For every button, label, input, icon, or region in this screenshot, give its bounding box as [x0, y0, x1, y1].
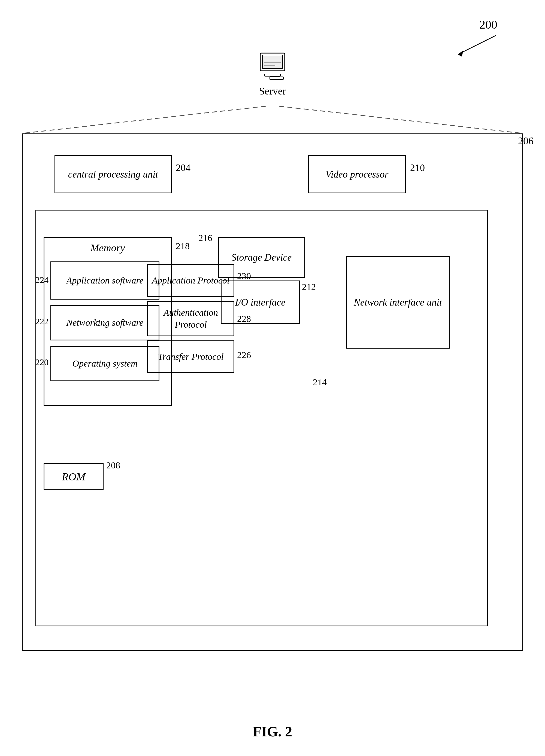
- ref-228: 228: [237, 314, 251, 324]
- ref-230: 230: [237, 271, 251, 281]
- svg-rect-33: [270, 77, 284, 80]
- svg-line-0: [458, 35, 496, 54]
- memory-label: Memory: [90, 242, 125, 254]
- ref-210: 210: [410, 162, 425, 173]
- auth-protocol-box: Authentication Protocol: [147, 301, 234, 336]
- ref-226: 226: [237, 350, 251, 360]
- ref-208: 208: [106, 460, 120, 471]
- figure-label: FIG. 2: [253, 724, 292, 740]
- rom-box: ROM: [44, 463, 103, 490]
- server-icon-group: Server: [255, 52, 290, 97]
- ref-204: 204: [176, 162, 190, 173]
- app-software-box: Application software: [50, 261, 159, 300]
- networking-software-box: Networking software: [50, 305, 159, 340]
- svg-rect-31: [269, 71, 276, 74]
- network-interface-unit-box: Network interface unit: [346, 256, 450, 349]
- ref-220: 220: [35, 357, 48, 367]
- os-box: Operating system: [50, 346, 159, 381]
- ref-222: 222: [35, 316, 48, 327]
- ref-200: 200: [479, 18, 497, 32]
- svg-line-2: [22, 106, 266, 133]
- ref-214: 214: [313, 377, 327, 388]
- ref-206: 206: [518, 135, 534, 147]
- svg-marker-1: [458, 50, 463, 57]
- server-computer-icon: [255, 52, 290, 82]
- ref-218: 218: [176, 241, 190, 251]
- ref-224: 224: [35, 275, 48, 285]
- diagram: 200 Server 206 central processing unit 2…: [0, 0, 545, 756]
- transfer-protocol-box: Transfer Protocol: [147, 340, 234, 373]
- ref-216: 216: [198, 233, 212, 243]
- video-processor-box: Video processor: [308, 155, 406, 193]
- svg-line-3: [279, 106, 523, 133]
- app-protocol-box: Application Protocol: [147, 264, 234, 297]
- svg-rect-32: [264, 74, 281, 76]
- cpu-box: central processing unit: [54, 155, 172, 193]
- svg-rect-30: [262, 55, 283, 69]
- ref-212: 212: [302, 282, 316, 292]
- server-label: Server: [255, 85, 290, 97]
